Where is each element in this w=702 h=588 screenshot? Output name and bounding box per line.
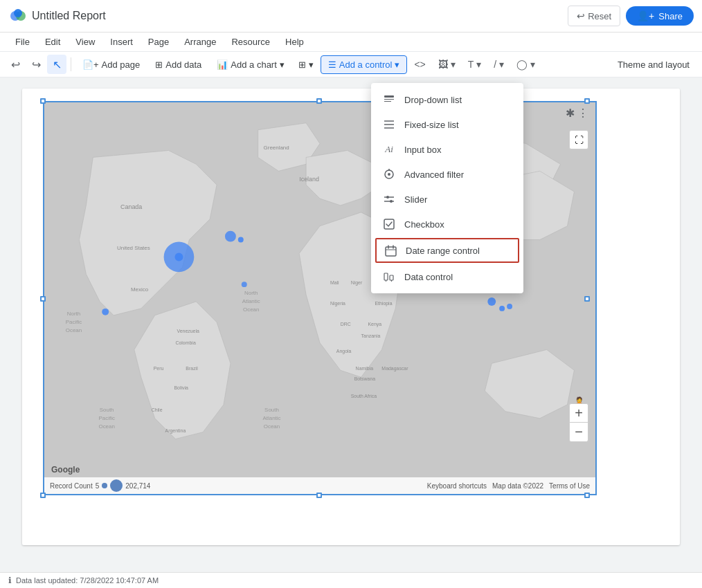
menu-edit[interactable]: Edit bbox=[38, 34, 67, 50]
svg-point-63 bbox=[388, 173, 390, 176]
svg-text:Namibia: Namibia bbox=[356, 366, 374, 371]
add-control-label: Add a control bbox=[339, 59, 393, 70]
svg-text:Greenland: Greenland bbox=[264, 145, 289, 151]
svg-text:Madagascar: Madagascar bbox=[381, 366, 408, 371]
menu-file[interactable]: File bbox=[8, 34, 37, 50]
dropdown-item-dropdown-list[interactable]: Drop-down list bbox=[371, 87, 523, 112]
fixed-list-icon bbox=[382, 118, 396, 131]
slider-icon bbox=[382, 192, 396, 206]
grid-button[interactable]: ⊞ ▾ bbox=[293, 56, 319, 73]
svg-text:Nigeria: Nigeria bbox=[330, 301, 345, 306]
dropdown-list-label: Drop-down list bbox=[404, 95, 462, 105]
svg-text:Mali: Mali bbox=[330, 280, 339, 285]
svg-rect-70 bbox=[386, 247, 396, 256]
select-tool-button[interactable]: ↖ bbox=[47, 55, 66, 74]
record-count-number: 202,714 bbox=[125, 482, 150, 490]
add-control-dropdown: Drop-down list Fixed-size list Ai Input … bbox=[371, 83, 523, 293]
add-data-button[interactable]: ⊞ Add data bbox=[148, 56, 208, 73]
svg-text:Chile: Chile bbox=[152, 407, 163, 412]
svg-point-53 bbox=[499, 306, 505, 311]
grid-icon: ⊞ bbox=[298, 59, 306, 70]
sel-handle-tr bbox=[584, 98, 590, 104]
checkbox-label: Checkbox bbox=[404, 219, 444, 230]
date-range-control-label: Date range control bbox=[406, 246, 480, 256]
svg-text:Tanzania: Tanzania bbox=[361, 333, 381, 338]
logo-icon bbox=[8, 6, 28, 26]
menu-arrange[interactable]: Arrange bbox=[177, 34, 223, 50]
dropdown-list-icon bbox=[382, 93, 396, 107]
menu-view[interactable]: View bbox=[69, 34, 102, 50]
svg-text:South: South bbox=[100, 407, 114, 413]
input-box-icon: Ai bbox=[382, 143, 396, 156]
add-chart-label: Add a chart bbox=[231, 59, 277, 70]
input-box-label: Input box bbox=[404, 145, 442, 155]
advanced-filter-icon bbox=[382, 167, 396, 181]
add-page-button[interactable]: 📄+ Add page bbox=[75, 56, 147, 73]
undo-button[interactable]: ↩ bbox=[6, 55, 25, 74]
svg-text:North: North bbox=[244, 290, 258, 296]
shape-button[interactable]: ◯ ▾ bbox=[511, 55, 541, 73]
menu-help[interactable]: Help bbox=[278, 34, 311, 50]
svg-text:Mexico: Mexico bbox=[131, 286, 149, 293]
image-button[interactable]: 🖼 ▾ bbox=[433, 55, 461, 73]
svg-text:Ethiopia: Ethiopia bbox=[375, 301, 392, 306]
shape-icon: ◯ bbox=[516, 59, 528, 70]
svg-text:North: North bbox=[67, 311, 80, 317]
add-control-button[interactable]: ☰ Add a control ▾ bbox=[321, 55, 408, 74]
map-pin-icon: ✱ bbox=[566, 107, 575, 120]
add-chart-icon: 📊 bbox=[217, 59, 228, 70]
sel-handle-tc bbox=[316, 98, 322, 104]
redo-button[interactable]: ↪ bbox=[26, 55, 46, 74]
map-fullscreen-button[interactable]: ⛶ bbox=[569, 130, 588, 149]
record-count-label: Record Count bbox=[50, 482, 93, 490]
zoom-in-button[interactable]: + bbox=[569, 403, 588, 423]
svg-text:Colombia: Colombia bbox=[175, 340, 195, 345]
zoom-out-button[interactable]: − bbox=[569, 423, 588, 442]
sel-handle-tl bbox=[40, 98, 46, 104]
terms-of-use: Terms of Use bbox=[549, 482, 590, 490]
dropdown-item-data-control[interactable]: Data control bbox=[371, 264, 523, 289]
app-logo: Untitled Report bbox=[8, 6, 106, 26]
map-data-label: Map data ©2022 bbox=[492, 482, 543, 490]
app-title: Untitled Report bbox=[32, 10, 106, 22]
add-chart-button[interactable]: 📊 Add a chart ▾ bbox=[210, 56, 291, 73]
theme-layout-button[interactable]: Theme and layout bbox=[611, 56, 696, 73]
dropdown-item-fixed-size-list[interactable]: Fixed-size list bbox=[371, 112, 523, 137]
svg-text:Pacific: Pacific bbox=[98, 415, 114, 421]
menu-resource[interactable]: Resource bbox=[224, 34, 277, 50]
add-control-chevron: ▾ bbox=[395, 59, 399, 70]
text-button[interactable]: T ▾ bbox=[462, 55, 487, 73]
reset-label: Reset bbox=[588, 11, 611, 21]
reset-button[interactable]: ↩ Reset bbox=[568, 6, 620, 26]
line-button[interactable]: / ▾ bbox=[488, 55, 510, 73]
map-more-icon[interactable]: ⋮ bbox=[577, 107, 588, 120]
toolbar-sep-1 bbox=[71, 57, 71, 71]
code-button[interactable]: <> bbox=[408, 55, 431, 73]
svg-text:Peru: Peru bbox=[154, 366, 164, 371]
svg-rect-68 bbox=[390, 200, 393, 203]
svg-text:Venezuela: Venezuela bbox=[177, 329, 199, 333]
svg-rect-58 bbox=[384, 101, 391, 102]
menu-page[interactable]: Page bbox=[141, 34, 176, 50]
checkbox-icon bbox=[382, 217, 396, 231]
image-icon: 🖼 bbox=[438, 59, 448, 70]
dropdown-item-input-box[interactable]: Ai Input box bbox=[371, 137, 523, 162]
add-data-label: Add data bbox=[165, 59, 201, 70]
slider-label: Slider bbox=[404, 194, 427, 205]
sel-handle-bl bbox=[40, 493, 46, 498]
grid-chevron: ▾ bbox=[309, 59, 314, 70]
record-count-value: 5 bbox=[96, 482, 100, 490]
record-dot-large bbox=[110, 479, 123, 492]
dropdown-item-advanced-filter[interactable]: Advanced filter bbox=[371, 162, 523, 187]
dropdown-item-slider[interactable]: Slider bbox=[371, 187, 523, 212]
data-control-icon bbox=[382, 270, 396, 284]
dropdown-item-date-range-control[interactable]: Date range control bbox=[375, 238, 519, 263]
share-button[interactable]: 👤+ Share bbox=[626, 6, 694, 26]
status-bar: ℹ Data last updated: 7/28/2022 10:47:07 … bbox=[0, 572, 702, 588]
dropdown-item-checkbox[interactable]: Checkbox bbox=[371, 212, 523, 237]
svg-text:Ocean: Ocean bbox=[264, 423, 280, 430]
share-label: Share bbox=[658, 11, 683, 21]
image-chevron: ▾ bbox=[451, 59, 456, 70]
menu-insert[interactable]: Insert bbox=[103, 34, 140, 50]
record-count: Record Count 5 202,714 bbox=[50, 479, 150, 492]
